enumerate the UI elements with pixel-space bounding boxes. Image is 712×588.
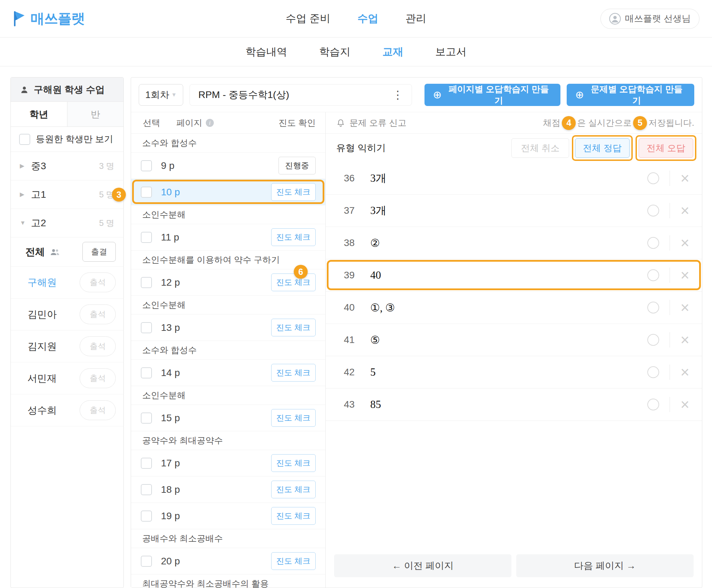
divider [670,171,670,186]
prev-page-button[interactable]: ← 이전 페이지 [334,554,511,577]
nav-manage[interactable]: 관리 [405,11,426,26]
page-checkbox[interactable] [141,556,152,567]
wrong-x-icon[interactable]: × [680,365,689,380]
wrong-x-icon[interactable]: × [680,171,689,186]
highlight-all-wrong: 전체 오답 [636,135,696,161]
page-checkbox[interactable] [141,511,152,522]
wrong-x-icon[interactable]: × [680,300,689,315]
page-label: 17 p [161,458,180,469]
logo-text: 매쓰플랫 [31,9,85,28]
tab-textbook[interactable]: 교재 [382,45,403,59]
progress-check-button[interactable]: 진도 체크 [271,364,316,382]
wrong-x-icon[interactable]: × [680,203,689,218]
page-checkbox[interactable] [141,413,152,424]
progress-check-button[interactable]: 진도 체크 [271,507,316,525]
page-row-18p: 18 p 진도 체크 [131,476,325,503]
tab-learning-history[interactable]: 학습내역 [245,45,287,59]
progress-check-button[interactable]: 진도 체크 [271,454,316,472]
correct-radio[interactable] [647,366,659,378]
student-row: 서민재 출석 [11,362,123,394]
nav-lesson[interactable]: 수업 [357,11,378,26]
progress-check-button[interactable]: 진도 체크 [271,481,316,498]
problem-number: 37 [344,205,370,216]
page-checkbox[interactable] [141,187,152,198]
correct-radio[interactable] [647,302,659,313]
all-wrong-button[interactable]: 전체 오답 [639,138,693,158]
page-checkbox[interactable] [141,367,152,378]
grade-controls: × [647,365,689,380]
correct-radio[interactable] [647,334,659,346]
page-checkbox[interactable] [141,322,152,333]
progress-check-button[interactable]: 진도 체크 [271,552,316,570]
create-pagewise-wrong-sheet-button[interactable]: ⊕ 페이지별 오답학습지 만들기 [424,84,560,106]
next-page-button[interactable]: 다음 페이지 → [516,554,694,577]
people-icon [50,248,60,256]
tab-class[interactable]: 반 [67,102,124,126]
progress-check-button[interactable]: 진도 체크 [271,273,316,291]
round-select[interactable]: 1회차 ▼ [139,84,183,106]
problem-number: 39 [344,270,370,281]
attendance-pill[interactable]: 출석 [80,304,116,324]
wrong-x-icon[interactable]: × [680,268,689,283]
progress-check-button[interactable]: 진도 체크 [271,228,316,246]
all-correct-button[interactable]: 전체 정답 [575,138,630,158]
progress-check-button[interactable]: 진도 체크 [271,183,316,201]
wrong-x-icon[interactable]: × [680,235,689,251]
group-row-high1[interactable]: ▶ 고1 5 명 [11,180,123,209]
correct-radio[interactable] [647,205,659,217]
user-name: 매쓰플랫 선생님 [625,13,691,25]
page-label: 13 p [161,322,180,333]
nav-class-prep[interactable]: 수업 준비 [286,11,330,26]
info-icon[interactable]: i [206,119,214,127]
correct-radio[interactable] [647,237,659,249]
user-avatar-icon [609,13,621,25]
progress-check-button[interactable]: 진도 체크 [271,319,316,336]
student-name[interactable]: 구해원 [27,276,57,289]
correct-radio[interactable] [647,269,659,281]
tab-worksheet[interactable]: 학습지 [319,45,350,59]
page-label: 18 p [161,484,180,495]
content-columns: 선택 페이지 i 진도 확인 소수와 합성수 9 p 진행중 10 p [131,112,702,588]
page-checkbox[interactable] [141,277,152,288]
report-error-link[interactable]: 문제 오류 신고 [336,117,406,129]
attendance-pill[interactable]: 출석 [80,400,116,420]
correct-radio[interactable] [647,172,659,184]
attendance-filter-checkbox[interactable] [19,134,30,145]
section-header: 소수와 합성수 [131,134,325,153]
section-header: 소인수분해 [131,296,325,315]
group-row-middle3[interactable]: ▶ 중3 3 명 [11,152,123,180]
tab-report[interactable]: 보고서 [435,45,467,59]
page-checkbox[interactable] [141,232,152,243]
textbook-panel: 1회차 ▼ RPM - 중등수학1(상) ⋮ ⊕ 페이지별 오답학습지 만들기 … [131,77,702,588]
caret-right-icon: ▶ [20,191,29,198]
kebab-menu-icon[interactable]: ⋮ [392,89,403,100]
plus-circle-icon: ⊕ [575,90,584,100]
grade-controls: × [647,268,689,283]
wrong-x-icon[interactable]: × [680,332,689,348]
student-name[interactable]: 서민재 [27,372,57,385]
in-progress-badge[interactable]: 진행중 [278,157,316,174]
logo[interactable]: 매쓰플랫 [13,9,85,28]
student-name[interactable]: 성수희 [27,404,57,417]
grade-controls: × [647,171,689,186]
wrong-x-icon[interactable]: × [680,397,689,412]
page-checkbox[interactable] [141,458,152,469]
attendance-pill[interactable]: 출석 [80,368,116,388]
attendance-pill[interactable]: 출석 [80,272,116,292]
problem-number: 40 [344,302,370,313]
sidebar-tabs: 학년 반 [11,102,123,127]
group-row-high2[interactable]: ▼ 고2 5 명 [11,209,123,237]
page-checkbox[interactable] [141,160,152,171]
create-problemwise-wrong-sheet-button[interactable]: ⊕ 문제별 오답학습지 만들기 [567,84,694,106]
progress-check-button[interactable]: 진도 체크 [271,409,316,427]
student-name[interactable]: 김지원 [27,340,57,353]
student-name[interactable]: 김민아 [27,308,57,321]
correct-radio[interactable] [647,399,659,410]
clear-all-button[interactable]: 전체 취소 [511,138,569,158]
tab-grade[interactable]: 학년 [11,102,67,126]
page-checkbox[interactable] [141,484,152,495]
attendance-pill[interactable]: 출석 [80,336,116,356]
attendance-check-button[interactable]: 출결 [82,242,116,262]
problem-number: 38 [344,237,370,248]
user-menu[interactable]: 매쓰플랫 선생님 [600,9,699,29]
